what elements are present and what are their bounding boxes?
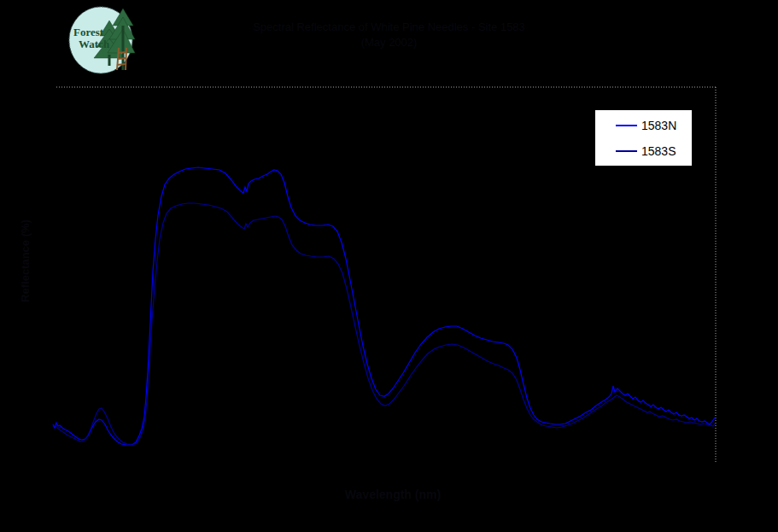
legend-line-sample-1583N [616, 125, 637, 126]
legend-line-sample-1583S [616, 150, 637, 152]
chart-canvas: Forest Watch Spectral Reflectance of Whi… [0, 0, 778, 532]
spectra-plot [0, 0, 778, 532]
legend-label-1583S: 1583S [641, 144, 676, 158]
legend-label-1583N: 1583N [641, 119, 676, 132]
series-1583N [53, 167, 715, 445]
legend-entry-1583N: 1583N [595, 115, 692, 136]
y-axis-label: Reflectance (%) [19, 206, 32, 317]
series-1583S [53, 203, 715, 445]
legend-entry-1583S: 1583S [595, 141, 692, 161]
x-axis-label: Wavelength (nm) [301, 488, 485, 501]
legend: 1583N 1583S [594, 109, 693, 167]
